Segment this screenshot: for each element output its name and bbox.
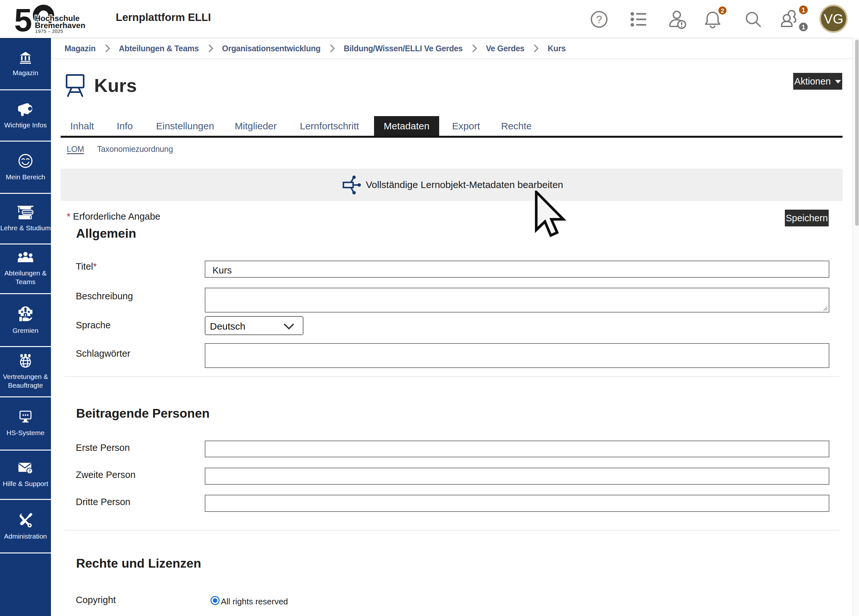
svg-text:1: 1 bbox=[801, 6, 805, 14]
svg-text:?: ? bbox=[596, 13, 602, 25]
svg-text:1975 – 2025: 1975 – 2025 bbox=[35, 28, 63, 34]
svg-text:1: 1 bbox=[801, 23, 805, 31]
svg-text:5: 5 bbox=[15, 4, 32, 35]
svg-text:?: ? bbox=[28, 469, 31, 474]
svg-text:VG: VG bbox=[824, 11, 843, 27]
svg-text:2: 2 bbox=[721, 8, 724, 14]
